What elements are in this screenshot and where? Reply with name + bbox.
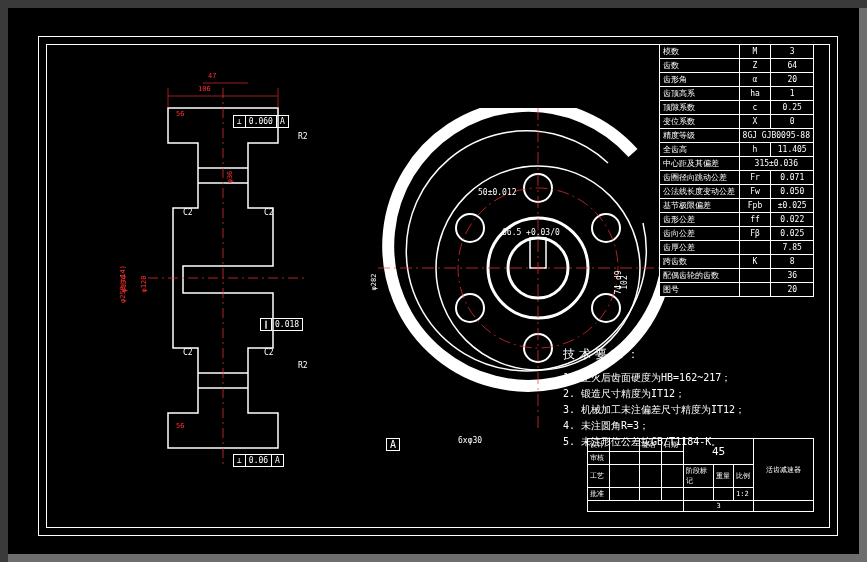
dim-665tol: 66.5 +0.03/0	[502, 228, 560, 237]
dim-c2-2: C2	[264, 208, 274, 217]
param-row: 跨齿数K8	[659, 255, 813, 269]
dim-56-top: 56	[176, 110, 184, 118]
tb-type: 活齿减速器	[754, 439, 814, 501]
param-row: 齿形公差ff0.022	[659, 213, 813, 227]
tech-req-item: 1. 正火后齿面硬度为HB=162~217；	[563, 370, 745, 386]
technical-requirements: 技术要求： 1. 正火后齿面硬度为HB=162~217；2. 锻造尺寸精度为IT…	[563, 346, 745, 450]
svg-point-15	[592, 294, 620, 322]
gtol-sym: ∥	[261, 319, 272, 330]
tech-req-item: 2. 锻造尺寸精度为IT12；	[563, 386, 745, 402]
tb-wt: 重量	[714, 465, 734, 488]
tb-sheet: 3	[684, 501, 754, 512]
param-row: 齿数Z64	[659, 59, 813, 73]
tech-req-title: 技术要求：	[563, 346, 745, 362]
ruler-top	[0, 0, 867, 8]
dim-50tol: 50±0.012	[478, 188, 517, 197]
tb-sig: 签名	[640, 439, 662, 452]
dim-phi282: φ282	[370, 274, 378, 291]
dim-phi120: φ120	[140, 276, 148, 293]
gtol-sym: ⟂	[234, 116, 246, 127]
param-row: 变位系数X0	[659, 115, 813, 129]
param-row: 齿向公差Fβ0.025	[659, 227, 813, 241]
tech-req-item: 3. 机械加工未注偏差尺寸精度为IT12；	[563, 402, 745, 418]
gtol-perp-bot: ⟂ 0.06 A	[233, 454, 284, 467]
param-row: 全齿高h11.405	[659, 143, 813, 157]
param-row: 公法线长度变动公差Fw0.050	[659, 185, 813, 199]
tech-req-item: 4. 未注圆角R=3；	[563, 418, 745, 434]
dim-c2-4: C2	[264, 348, 274, 357]
tb-material: 45	[684, 439, 754, 465]
dim-phi258: φ258(h14)	[119, 265, 127, 303]
dim-74d9: 74 d9	[614, 270, 623, 294]
dim-6x30: 6xφ30	[458, 436, 482, 445]
datum-a: A	[386, 438, 400, 451]
param-row: 齿顶高系ha1	[659, 87, 813, 101]
gtol-perp-top: ⟂ 0.060 A	[233, 115, 289, 128]
gtol-ref: A	[277, 116, 288, 127]
ruler-left	[0, 0, 8, 562]
gtol-sym: ⟂	[234, 455, 246, 466]
dim-r2-top: R2	[298, 132, 308, 141]
param-row: 顶隙系数c0.25	[659, 101, 813, 115]
gtol-parallel: ∥ 0.018	[260, 318, 303, 331]
gtol-ref: A	[272, 455, 283, 466]
gtol-tol: 0.060	[246, 116, 277, 127]
tb-des: 设计	[588, 439, 610, 452]
gtol-tol: 0.018	[272, 319, 302, 330]
tb-date: 日期	[662, 439, 684, 452]
param-row: 中心距及其偏差315±0.036	[659, 157, 813, 171]
parameter-table: 模数M3齿数Z64齿形角α20齿顶高系ha1顶隙系数c0.25变位系数X0精度等…	[659, 44, 814, 297]
tb-sc: 比例	[734, 465, 754, 488]
tb-app: 批准	[588, 488, 610, 501]
dim-r2-bot: R2	[298, 361, 308, 370]
tb-std: 工艺	[588, 465, 610, 488]
tb-scale-val: 1:2	[734, 488, 754, 501]
svg-point-17	[456, 294, 484, 322]
svg-point-18	[456, 214, 484, 242]
param-row: 配偶齿轮的齿数36	[659, 269, 813, 283]
param-row: 模数M3	[659, 45, 813, 59]
dim-phi36: φ36	[226, 171, 234, 184]
param-row: 基节极限偏差Fpb±0.025	[659, 199, 813, 213]
dim-c2-3: C2	[183, 348, 193, 357]
tb-chk: 审核	[588, 452, 610, 465]
cad-canvas[interactable]: 106 47 R2 R2 C2 C2 C2 C2 φ36 φ194 φ258(h…	[8, 8, 859, 554]
dim-47: 47	[208, 72, 216, 80]
param-row: 图号20	[659, 283, 813, 297]
dim-c2-1: C2	[183, 208, 193, 217]
tb-proj: 阶段标记	[684, 465, 714, 488]
gtol-tol: 0.06	[246, 455, 272, 466]
title-block: 设计 签名 日期 45 活齿减速器 审核 工艺 阶段标记 重量 比例 批准 1:…	[587, 438, 814, 512]
svg-point-14	[592, 214, 620, 242]
param-row: 精度等级8GJ GJB0095-88	[659, 129, 813, 143]
param-row: 齿厚公差7.85	[659, 241, 813, 255]
param-row: 齿形角α20	[659, 73, 813, 87]
dim-56-bot: 56	[176, 422, 184, 430]
dim-106: 106	[198, 85, 211, 93]
param-row: 齿圈径向跳动公差Fr0.071	[659, 171, 813, 185]
